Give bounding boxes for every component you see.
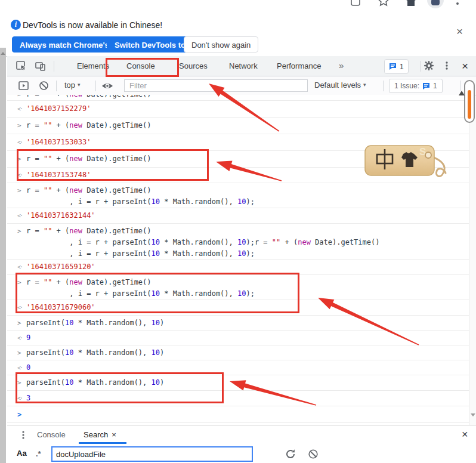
console-code: '1641037152279'	[26, 103, 91, 115]
regex-toggle[interactable]: .*	[36, 449, 41, 458]
scroll-down-icon[interactable]	[471, 413, 475, 416]
drawer-tab-console[interactable]: Console	[37, 425, 66, 444]
issues-label: 1 Issue:	[394, 82, 419, 90]
clear-search-icon[interactable]	[307, 448, 319, 460]
console-input-row: >r = "" + (new Date).getTime() , i = r +…	[7, 224, 469, 260]
tab-performance[interactable]: Performance	[277, 56, 321, 76]
prompt-chevron-icon: >	[17, 379, 26, 387]
chevron-down-icon: ▾	[78, 82, 81, 88]
console-code: '1641037153748'	[26, 169, 91, 181]
prompt-chevron-icon: >	[17, 122, 26, 129]
profile-avatar[interactable]	[427, 0, 444, 8]
banner-message: DevTools is now available in Chinese!	[23, 20, 162, 30]
chat-bubble-icon	[389, 63, 397, 70]
console-input-row: >r = "" + (new Date).getTime() , i = r +…	[7, 183, 469, 208]
tab-sources[interactable]: Sources	[179, 56, 208, 76]
console-result-row: <·'1641037152279'	[7, 101, 469, 118]
filter-input[interactable]	[124, 79, 308, 92]
banner-close-icon[interactable]: ×	[456, 25, 463, 38]
chat-bubble-icon	[422, 82, 430, 90]
console-input-row: >r = "" + (new Date).getTime()	[7, 95, 469, 101]
search-input[interactable]	[51, 446, 253, 462]
scroll-indicator-arrow-icon	[459, 91, 465, 95]
result-arrow-icon: <·	[17, 172, 26, 178]
console-input-row: >parseInt(10 * Math.random(), 10)	[7, 375, 469, 391]
console-code: r = "" + (new Date).getTime() , i = r + …	[26, 226, 379, 260]
console-code: 0	[26, 362, 30, 374]
home-icon[interactable]	[405, 0, 417, 8]
result-arrow-icon: <·	[17, 212, 26, 219]
console-input-row: >parseInt(10 * Math.random(), 10)	[7, 316, 469, 331]
console-code: parseInt(10 * Math.random(), 10)	[26, 347, 164, 359]
prompt-chevron-icon: >	[17, 95, 26, 98]
result-arrow-icon: <·	[17, 365, 26, 371]
close-search-tab-icon[interactable]: ×	[112, 430, 116, 439]
log-levels-dropdown[interactable]: Default levels▾	[314, 81, 366, 89]
result-arrow-icon: <·	[17, 335, 26, 341]
drawer-tab-search[interactable]: Search×	[84, 425, 116, 444]
scroll-up-icon[interactable]	[1, 52, 5, 55]
console-result-row: <·0	[7, 360, 469, 375]
drawer-close-icon[interactable]: ×	[462, 425, 468, 444]
prompt-chevron-icon: >	[17, 319, 26, 327]
inspect-element-icon[interactable]	[16, 60, 27, 72]
tab-elements[interactable]: Elements	[77, 56, 109, 76]
drawer-menu-kebab-icon[interactable]	[20, 430, 26, 441]
prompt-chevron-icon: >	[17, 226, 26, 237]
console-code: 3	[26, 393, 30, 404]
match-case-toggle[interactable]: Aa	[17, 449, 27, 458]
console-scrollbar[interactable]	[469, 95, 476, 425]
issues-counter[interactable]: 1 Issue: 1	[389, 79, 443, 93]
prompt-chevron-icon: >	[17, 410, 26, 419]
console-result-row: <·'16410371679060'	[7, 300, 469, 316]
console-result-row: <·'16410371632144'	[7, 208, 469, 224]
console-messages-badge[interactable]: 1	[384, 59, 409, 74]
console-code: parseInt(10 * Math.random(), 10)	[26, 317, 164, 329]
prompt-chevron-icon: >	[17, 155, 26, 163]
console-prompt-row[interactable]: >	[7, 406, 469, 423]
toggle-device-toolbar-icon[interactable]	[35, 60, 47, 72]
context-selector[interactable]: top▾	[64, 81, 81, 89]
console-code: '16410371659120'	[26, 261, 95, 273]
live-expression-eye-icon[interactable]	[101, 81, 114, 91]
console-input-row: >r = "" + (new Date).getTime()	[7, 118, 469, 134]
result-arrow-icon: <·	[17, 106, 26, 112]
prompt-chevron-icon: >	[17, 185, 26, 196]
console-code: r = "" + (new Date).getTime() , i = r + …	[26, 185, 255, 208]
console-code: r = "" + (new Date).getTime()	[26, 120, 152, 131]
result-arrow-icon: <·	[17, 139, 26, 146]
chinese-tag-sticker: S	[358, 138, 462, 185]
issues-count: 1	[433, 82, 437, 90]
bookmark-star-icon[interactable]	[377, 0, 390, 8]
more-tabs-icon[interactable]: »	[339, 56, 344, 76]
browser-menu-icon[interactable]	[456, 2, 459, 5]
browser-window-icon[interactable]	[350, 0, 361, 7]
tab-console[interactable]: Console	[126, 56, 155, 76]
devtools-screenshot: i DevTools is now available in Chinese! …	[0, 0, 476, 463]
tag-grommet	[425, 152, 431, 158]
console-input-row: >parseInt(10 * Math.random(), 10)	[7, 345, 469, 360]
search-bar: Aa .*	[7, 445, 476, 463]
scroll-indicator-capsule[interactable]	[464, 80, 475, 123]
console-code: '1641037153033'	[26, 137, 91, 148]
console-code: r = "" + (new Date).getTime()	[26, 153, 152, 165]
devtools-close-icon[interactable]: ×	[462, 56, 468, 76]
page-scrollbar[interactable]	[0, 48, 6, 463]
settings-gear-icon[interactable]	[424, 60, 434, 71]
scroll-indicator-bar	[468, 90, 471, 119]
dont-show-again-button[interactable]: Don't show again	[184, 36, 258, 53]
drawer: Console Search× × Aa .*	[7, 425, 476, 463]
console-sidebar-toggle-icon[interactable]	[18, 80, 30, 92]
chevron-down-icon: ▾	[363, 82, 366, 88]
tab-network[interactable]: Network	[229, 56, 258, 76]
clear-console-icon[interactable]	[38, 80, 50, 92]
prompt-chevron-icon: >	[17, 277, 26, 288]
info-icon: i	[11, 20, 21, 30]
prompt-chevron-icon: >	[17, 349, 26, 357]
devtools-menu-kebab-icon[interactable]	[443, 60, 451, 71]
refresh-icon[interactable]	[285, 448, 297, 460]
console-result-row: <·9	[7, 331, 469, 345]
console-toolbar: top▾ Default levels▾ 1 Issue: 1	[7, 76, 476, 95]
devtools-language-banner: i DevTools is now available in Chinese! …	[0, 17, 476, 57]
console-input-row: >r = "" + (new Date).getTime() , i = r +…	[7, 275, 469, 300]
